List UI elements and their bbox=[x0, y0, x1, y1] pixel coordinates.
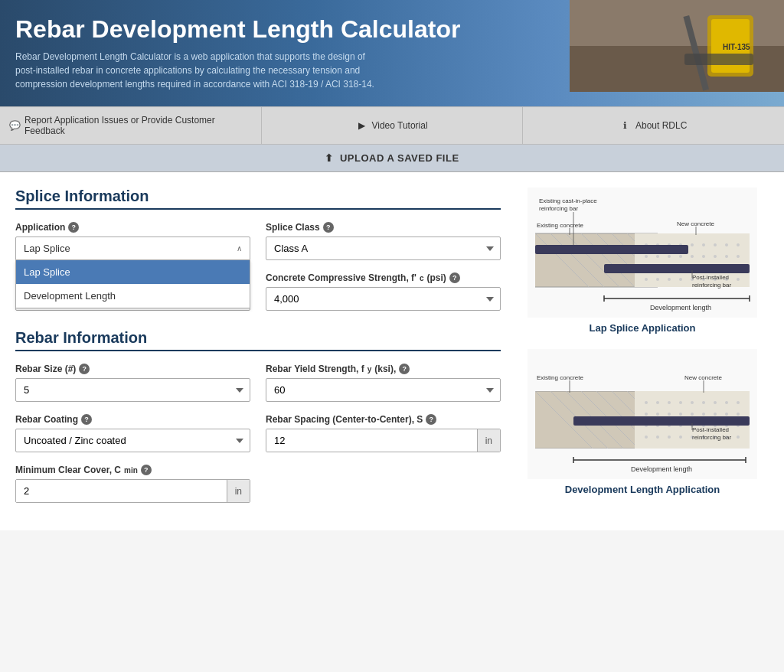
video-button[interactable]: ▶ Video Tutorial bbox=[262, 107, 524, 144]
concrete-strength-label: Concrete Compressive Strength, f'c (psi)… bbox=[266, 272, 501, 283]
svg-rect-58 bbox=[535, 245, 688, 254]
splice-class-help-icon[interactable]: ? bbox=[323, 222, 334, 233]
rebar-size-group: Rebar Size (#) ? 3456 7891011 bbox=[15, 364, 250, 402]
svg-point-118 bbox=[668, 435, 671, 439]
svg-text:reinforcing bar: reinforcing bar bbox=[692, 434, 731, 441]
svg-point-95 bbox=[714, 401, 717, 404]
rebar-size-label: Rebar Size (#) ? bbox=[15, 364, 250, 374]
application-dropdown[interactable]: Lap Splice ∧ Lap Splice Development Leng… bbox=[15, 237, 250, 260]
svg-point-51 bbox=[668, 278, 671, 281]
info-icon: ℹ bbox=[620, 120, 631, 131]
concrete-strength-select[interactable]: 3,000 4,000 5,000 6,000 8,000 bbox=[266, 287, 501, 311]
svg-text:HIT-135: HIT-135 bbox=[723, 43, 750, 51]
rebar-spacing-help-icon[interactable]: ? bbox=[426, 414, 436, 425]
svg-text:Development length: Development length bbox=[650, 304, 711, 312]
svg-text:Existing concrete: Existing concrete bbox=[537, 222, 583, 229]
svg-point-35 bbox=[691, 255, 694, 258]
rebar-row-3: Minimum Clear Cover, Cmin ? in bbox=[15, 465, 501, 503]
svg-point-57 bbox=[737, 278, 740, 281]
about-button[interactable]: ℹ About RDLC bbox=[523, 107, 784, 144]
page-header: Rebar Development Length Calculator Reba… bbox=[0, 0, 784, 106]
rebar-row-2: Rebar Coating ? Uncoated / Zinc coated E… bbox=[15, 414, 501, 452]
yield-strength-group: Rebar Yield Strength, fy (ksi), ? 406080 bbox=[266, 364, 501, 402]
rebar-coating-select[interactable]: Uncoated / Zinc coated Epoxy coated bbox=[15, 429, 250, 452]
upload-bar: ⬆ UPLOAD A SAVED FILE bbox=[0, 145, 784, 172]
rebar-section: Rebar Information Rebar Size (#) ? 3456 … bbox=[15, 329, 501, 503]
svg-point-99 bbox=[656, 413, 659, 416]
svg-point-93 bbox=[691, 401, 694, 404]
rebar-size-select[interactable]: 3456 7891011 bbox=[15, 378, 250, 402]
main-content: Splice Information Application ? Lap Spl… bbox=[0, 172, 784, 530]
svg-text:Post-installed: Post-installed bbox=[692, 426, 729, 433]
lap-splice-diagram-wrapper: Development length Existing cast-in-plac… bbox=[516, 188, 769, 334]
rebar-coating-help-icon[interactable]: ? bbox=[81, 414, 92, 425]
rebar-spacing-input[interactable] bbox=[266, 429, 477, 452]
concrete-strength-group: Concrete Compressive Strength, f'c (psi)… bbox=[266, 272, 501, 311]
svg-point-119 bbox=[679, 435, 682, 439]
feedback-label: Report Application Issues or Provide Cus… bbox=[24, 115, 252, 136]
application-option-lap-splice[interactable]: Lap Splice bbox=[16, 260, 250, 284]
svg-point-104 bbox=[714, 413, 717, 416]
svg-point-32 bbox=[656, 255, 659, 258]
svg-point-29 bbox=[725, 243, 728, 246]
header-image-inner: HIT-135 bbox=[570, 0, 784, 92]
feedback-button[interactable]: 💬 Report Application Issues or Provide C… bbox=[0, 107, 262, 144]
application-option-dev-length[interactable]: Development Length bbox=[16, 284, 250, 308]
clear-cover-input-group: in bbox=[15, 479, 250, 503]
svg-point-90 bbox=[656, 401, 659, 404]
svg-point-30 bbox=[737, 243, 740, 246]
svg-point-101 bbox=[679, 413, 682, 416]
application-label: Application ? bbox=[15, 222, 250, 233]
svg-text:Existing concrete: Existing concrete bbox=[537, 374, 583, 381]
splice-class-select[interactable]: Class A Class B bbox=[266, 237, 501, 260]
about-label: About RDLC bbox=[635, 120, 687, 131]
upload-label: UPLOAD A SAVED FILE bbox=[340, 152, 459, 164]
clear-cover-group: Minimum Clear Cover, Cmin ? in bbox=[15, 465, 250, 503]
dev-length-caption: Development Length Application bbox=[516, 484, 769, 495]
svg-point-117 bbox=[656, 435, 659, 439]
svg-point-31 bbox=[645, 255, 648, 258]
rebar-heading: Rebar Information bbox=[15, 329, 501, 351]
clear-cover-input[interactable] bbox=[16, 480, 227, 502]
svg-point-124 bbox=[737, 435, 740, 439]
svg-point-116 bbox=[645, 435, 648, 439]
svg-text:Existing cast-in-place: Existing cast-in-place bbox=[539, 197, 597, 204]
video-icon: ▶ bbox=[356, 120, 367, 131]
yield-strength-help-icon[interactable]: ? bbox=[399, 364, 410, 374]
svg-point-92 bbox=[679, 401, 682, 404]
rebar-spacing-label: Rebar Spacing (Center-to-Center), S ? bbox=[266, 414, 501, 425]
svg-point-91 bbox=[668, 401, 671, 404]
svg-text:Development length: Development length bbox=[631, 465, 692, 473]
rebar-size-help-icon[interactable]: ? bbox=[79, 364, 90, 374]
dev-length-diagram-wrapper: Development length Existing concrete New… bbox=[516, 349, 769, 495]
svg-point-38 bbox=[725, 255, 728, 258]
rebar-coating-label: Rebar Coating ? bbox=[15, 414, 250, 425]
svg-point-50 bbox=[656, 278, 659, 281]
application-dropdown-display[interactable]: Lap Splice ∧ bbox=[15, 237, 250, 260]
application-help-icon[interactable]: ? bbox=[68, 222, 79, 233]
svg-rect-59 bbox=[604, 264, 750, 273]
svg-point-52 bbox=[679, 278, 682, 281]
svg-point-94 bbox=[702, 401, 705, 404]
upload-button[interactable]: ⬆ UPLOAD A SAVED FILE bbox=[325, 152, 459, 164]
application-group: Application ? Lap Splice ∧ Lap Splice De… bbox=[15, 222, 250, 260]
svg-rect-6 bbox=[684, 54, 753, 65]
svg-point-89 bbox=[645, 401, 648, 404]
svg-point-102 bbox=[691, 413, 694, 416]
splice-row-1: Application ? Lap Splice ∧ Lap Splice De… bbox=[15, 222, 501, 260]
concrete-strength-help-icon[interactable]: ? bbox=[449, 272, 460, 283]
svg-rect-125 bbox=[573, 416, 750, 426]
svg-point-26 bbox=[691, 243, 694, 246]
svg-point-96 bbox=[725, 401, 728, 404]
clear-cover-help-icon[interactable]: ? bbox=[141, 465, 152, 475]
yield-strength-select[interactable]: 406080 bbox=[266, 378, 501, 402]
yield-strength-label: Rebar Yield Strength, fy (ksi), ? bbox=[266, 364, 501, 374]
application-selected-value: Lap Splice bbox=[24, 243, 70, 254]
header-image-svg: HIT-135 bbox=[570, 0, 784, 92]
svg-text:reinforcing bar: reinforcing bar bbox=[692, 282, 731, 289]
splice-section: Splice Information Application ? Lap Spl… bbox=[15, 188, 501, 311]
application-dropdown-list: Lap Splice Development Length bbox=[15, 260, 250, 308]
header-image: HIT-135 bbox=[570, 0, 784, 92]
splice-class-label: Splice Class ? bbox=[266, 222, 501, 233]
dev-length-diagram: Development length Existing concrete New… bbox=[528, 349, 757, 479]
